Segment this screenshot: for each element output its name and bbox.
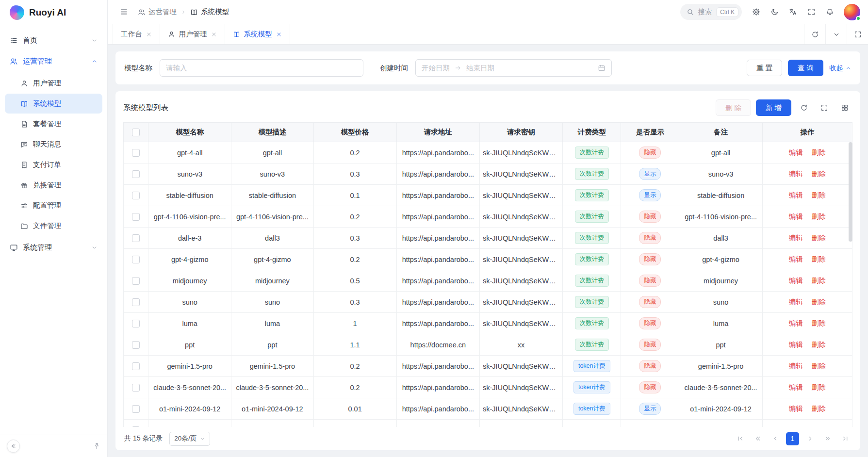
edit-link[interactable]: 编辑 bbox=[789, 405, 803, 412]
reset-button[interactable]: 重 置 bbox=[747, 60, 782, 76]
edit-link[interactable]: 编辑 bbox=[789, 298, 803, 306]
sidebar-collapse-button[interactable] bbox=[7, 440, 20, 453]
pin-icon[interactable] bbox=[93, 442, 100, 450]
row-checkbox[interactable] bbox=[132, 341, 140, 349]
refresh-tab-button[interactable] bbox=[804, 24, 825, 44]
row-checkbox[interactable] bbox=[132, 234, 140, 242]
content-fullscreen-button[interactable] bbox=[847, 24, 868, 44]
delete-link[interactable]: 删除 bbox=[812, 405, 826, 412]
delete-link[interactable]: 删除 bbox=[812, 277, 826, 284]
sidebar-item-config-management[interactable]: 配置管理 bbox=[5, 196, 102, 215]
edit-link[interactable]: 编辑 bbox=[789, 255, 803, 263]
sidebar-item-operations[interactable]: 运营管理 bbox=[5, 51, 102, 72]
cell-remark: claude-3-5-sonnet-20... bbox=[679, 377, 762, 398]
logo-icon bbox=[10, 5, 24, 20]
edit-link[interactable]: 编辑 bbox=[789, 362, 803, 370]
fullscreen-button[interactable] bbox=[803, 4, 819, 20]
refresh-table-button[interactable] bbox=[796, 100, 812, 115]
close-icon[interactable] bbox=[276, 32, 282, 37]
row-checkbox[interactable] bbox=[132, 320, 140, 327]
date-range-picker[interactable]: 开始日期 结束日期 bbox=[415, 59, 612, 77]
edit-link[interactable]: 编辑 bbox=[789, 170, 803, 178]
delete-link[interactable]: 删除 bbox=[812, 298, 826, 306]
row-checkbox[interactable] bbox=[132, 277, 140, 285]
tab-system-model[interactable]: 系统模型 bbox=[225, 24, 290, 44]
menu-toggle-button[interactable] bbox=[115, 4, 132, 20]
table-scrollbar[interactable] bbox=[849, 142, 852, 427]
delete-link[interactable]: 删除 bbox=[812, 212, 826, 220]
delete-link[interactable]: 删除 bbox=[812, 148, 826, 156]
row-checkbox[interactable] bbox=[132, 362, 140, 370]
breadcrumb-system-model[interactable]: 系统模型 bbox=[190, 7, 229, 16]
language-button[interactable] bbox=[785, 4, 801, 20]
cell-request-url: https://api.pandarobo... bbox=[396, 313, 479, 334]
column-settings-button[interactable] bbox=[837, 100, 852, 115]
tab-user-management[interactable]: 用户管理 bbox=[160, 24, 225, 44]
visibility-badge: 隐藏 bbox=[639, 232, 661, 245]
sidebar-item-system-model[interactable]: 系统模型 bbox=[5, 94, 102, 114]
model-name-input[interactable] bbox=[160, 59, 363, 77]
page-size-select[interactable]: 20条/页 bbox=[169, 432, 210, 446]
edit-link[interactable]: 编辑 bbox=[789, 383, 803, 391]
current-page-button[interactable]: 1 bbox=[786, 432, 799, 445]
global-search-button[interactable]: 搜索 Ctrl K bbox=[680, 4, 742, 20]
edit-link[interactable]: 编辑 bbox=[789, 319, 803, 327]
delete-link[interactable]: 删除 bbox=[812, 234, 826, 242]
edit-link[interactable]: 编辑 bbox=[789, 148, 803, 156]
row-checkbox[interactable] bbox=[132, 405, 140, 413]
delete-link[interactable]: 删除 bbox=[812, 170, 826, 178]
column-header: 模型描述 bbox=[231, 123, 313, 142]
delete-link[interactable]: 删除 bbox=[812, 191, 826, 199]
delete-link[interactable]: 删除 bbox=[812, 383, 826, 391]
app-logo[interactable]: Ruoyi AI bbox=[0, 0, 107, 25]
row-checkbox[interactable] bbox=[132, 256, 140, 263]
sidebar-item-user-management[interactable]: 用户管理 bbox=[5, 73, 102, 93]
sidebar-item-home[interactable]: 首页 bbox=[5, 30, 102, 51]
sidebar-item-file-management[interactable]: 文件管理 bbox=[5, 216, 102, 236]
row-checkbox[interactable] bbox=[132, 298, 140, 306]
delete-link[interactable]: 删除 bbox=[812, 341, 826, 348]
sidebar-item-chat-messages[interactable]: 聊天消息 bbox=[5, 134, 102, 154]
delete-link[interactable]: 删除 bbox=[812, 362, 826, 370]
scrollbar-thumb[interactable] bbox=[849, 142, 852, 242]
sidebar-item-package-management[interactable]: 套餐管理 bbox=[5, 114, 102, 134]
sidebar-item-redeem-management[interactable]: 兑换管理 bbox=[5, 175, 102, 195]
table-fullscreen-button[interactable] bbox=[817, 100, 832, 115]
batch-delete-button[interactable]: 删 除 bbox=[716, 99, 751, 116]
row-checkbox[interactable] bbox=[132, 192, 140, 199]
row-checkbox[interactable] bbox=[132, 426, 140, 427]
row-checkbox[interactable] bbox=[132, 149, 140, 157]
add-button[interactable]: 新 增 bbox=[756, 99, 791, 116]
row-checkbox[interactable] bbox=[132, 213, 140, 221]
close-icon[interactable] bbox=[146, 32, 152, 37]
settings-button[interactable] bbox=[748, 4, 764, 20]
row-checkbox[interactable] bbox=[132, 384, 140, 392]
tab-workbench[interactable]: 工作台 bbox=[113, 24, 160, 44]
edit-link[interactable]: 编辑 bbox=[789, 234, 803, 242]
breadcrumb-operations[interactable]: 运营管理 bbox=[138, 7, 177, 16]
query-button[interactable]: 查 询 bbox=[788, 60, 823, 76]
jump-forward-button[interactable] bbox=[821, 432, 834, 445]
user-avatar[interactable] bbox=[844, 4, 860, 20]
jump-back-button[interactable] bbox=[751, 432, 764, 445]
delete-link[interactable]: 删除 bbox=[812, 255, 826, 263]
edit-link[interactable]: 编辑 bbox=[789, 277, 803, 284]
close-icon[interactable] bbox=[211, 32, 217, 37]
dark-mode-button[interactable] bbox=[766, 4, 783, 20]
notifications-button[interactable] bbox=[821, 4, 838, 20]
delete-link[interactable]: 删除 bbox=[812, 319, 826, 327]
edit-link[interactable]: 编辑 bbox=[789, 341, 803, 348]
sidebar-item-payment-orders[interactable]: 支付订单 bbox=[5, 155, 102, 175]
next-page-button[interactable] bbox=[803, 432, 817, 445]
first-page-button[interactable] bbox=[734, 432, 747, 445]
last-page-button[interactable] bbox=[838, 432, 852, 445]
select-all-checkbox[interactable] bbox=[132, 129, 140, 136]
chevron-up-icon bbox=[845, 65, 852, 71]
prev-page-button[interactable] bbox=[769, 432, 782, 445]
row-checkbox[interactable] bbox=[132, 170, 140, 178]
collapse-filter-link[interactable]: 收起 bbox=[829, 64, 852, 73]
edit-link[interactable]: 编辑 bbox=[789, 212, 803, 220]
sidebar-item-system[interactable]: 系统管理 bbox=[5, 237, 102, 258]
tab-options-button[interactable] bbox=[825, 24, 847, 44]
edit-link[interactable]: 编辑 bbox=[789, 191, 803, 199]
